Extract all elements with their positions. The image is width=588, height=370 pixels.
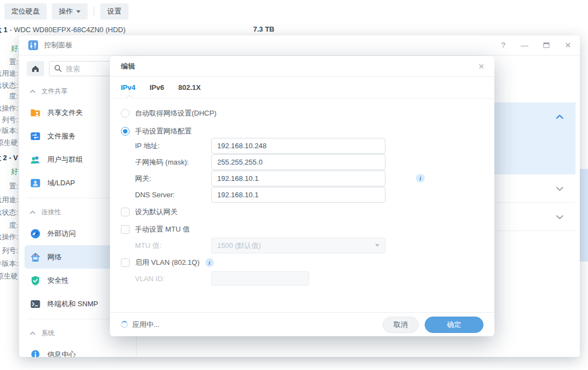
vlan-checkbox[interactable] xyxy=(121,258,130,267)
subnet-mask-input[interactable] xyxy=(211,154,385,170)
applying-status: 应用中... xyxy=(132,320,160,330)
close-window-button[interactable]: ✕ xyxy=(565,41,571,49)
gateway-info-icon[interactable]: i xyxy=(416,174,425,183)
ip-address-input[interactable] xyxy=(211,138,385,154)
mtu-value-row: MTU 值: 1500 (默认值) xyxy=(135,238,385,253)
clipped-label: 置: xyxy=(9,57,18,67)
vlan-id-label: VLAN ID: xyxy=(135,275,211,283)
clipped-label: 列号: xyxy=(2,115,18,125)
mtu-value-label: MTU 值: xyxy=(135,241,211,251)
sidebar-item-label: 共享文件夹 xyxy=(47,108,83,118)
window-controls: ? — ✕ xyxy=(501,41,571,49)
vlan-info-icon[interactable]: i xyxy=(205,258,214,267)
section-label: 系统 xyxy=(41,329,54,338)
chevron-down-icon[interactable] xyxy=(556,215,564,220)
default-gateway-label: 设为默认网关 xyxy=(135,207,177,217)
manual-radio-label: 手动设置网络配置 xyxy=(135,126,192,136)
dialog-footer: 应用中... 取消 确定 xyxy=(110,312,494,336)
sidebar-item-info-center[interactable]: 信息中心 xyxy=(24,343,131,357)
clipped-disk2-title: 盘 2 - V xyxy=(0,153,18,163)
mtu-selected-value: 1500 (默认值) xyxy=(217,241,261,251)
chevron-up-icon xyxy=(30,89,35,93)
chevron-down-icon[interactable] xyxy=(556,186,564,191)
user-group-icon xyxy=(30,154,41,165)
vlan-check-row[interactable]: 启用 VLAN (802.1Q) i xyxy=(121,258,214,268)
sidebar-item-label: 外部访问 xyxy=(47,229,76,239)
disk-capacity: 7.3 TB xyxy=(253,25,274,33)
disk-model: - WDC WD80EFPX-68C4ZN0 (HDD) xyxy=(8,26,126,34)
edit-network-dialog: 编辑 ✕ IPv4 IPv6 802.1X 自动取得网络设置(DHCP) 手动设… xyxy=(110,56,494,336)
clipped-label: 盘状态: xyxy=(0,208,18,217)
chevron-up-icon[interactable] xyxy=(556,114,564,119)
clipped-label: 好 xyxy=(11,167,18,177)
clipped-label: 列号: xyxy=(2,246,18,256)
sidebar-item-label: 安全性 xyxy=(47,276,69,286)
subnet-mask-row: 子网掩码 (mask): xyxy=(135,154,385,170)
ok-button[interactable]: 确定 xyxy=(425,317,483,333)
default-gateway-checkbox[interactable] xyxy=(121,208,130,216)
dhcp-radio-label: 自动取得网络设置(DHCP) xyxy=(135,108,217,118)
domain-ldap-icon xyxy=(30,178,41,189)
settings-button[interactable]: 设置 xyxy=(100,3,128,20)
vlan-id-input xyxy=(211,271,309,286)
search-icon xyxy=(54,64,62,72)
dialog-body: 自动取得网络设置(DHCP) 手动设置网络配置 IP 地址: 子网掩码 (mas… xyxy=(110,56,494,336)
sidebar-item-label: 网络 xyxy=(47,252,62,262)
sidebar-item-label: 信息中心 xyxy=(47,350,76,357)
storage-toolbar: 定位硬盘 操作 设置 xyxy=(4,3,128,20)
external-access-icon xyxy=(30,228,41,239)
network-icon xyxy=(30,252,41,263)
clipped-label: 度: xyxy=(9,92,18,101)
locate-drive-button[interactable]: 定位硬盘 xyxy=(4,3,47,20)
select-caret-icon xyxy=(375,244,379,247)
clipped-label: 度: xyxy=(9,221,18,231)
clipped-label: 置: xyxy=(9,181,18,191)
section-label: 连接性 xyxy=(41,208,61,217)
window-title: 控制面板 xyxy=(44,40,72,50)
background-selected-row-sliver xyxy=(580,169,588,262)
gateway-label: 网关: xyxy=(135,174,211,184)
subnet-mask-label: 子网掩码 (mask): xyxy=(135,157,211,167)
manual-radio[interactable] xyxy=(121,127,130,136)
ip-address-row: IP 地址: xyxy=(135,138,385,154)
minimize-button[interactable]: — xyxy=(520,41,528,49)
clipped-label: 件版本: xyxy=(0,259,18,269)
dns-input[interactable] xyxy=(211,187,385,203)
default-gateway-check-row[interactable]: 设为默认网关 xyxy=(121,207,177,217)
gateway-input[interactable] xyxy=(211,171,385,186)
manual-mtu-label: 手动设置 MTU 值 xyxy=(135,225,189,234)
clipped-label: 盘用途: xyxy=(0,195,18,205)
window-titlebar[interactable]: 控制面板 ? — ✕ xyxy=(19,35,580,56)
manual-mtu-checkbox[interactable] xyxy=(121,225,130,234)
home-button[interactable] xyxy=(27,61,44,76)
info-center-icon xyxy=(30,349,41,357)
dhcp-radio-row[interactable]: 自动取得网络设置(DHCP) xyxy=(121,108,217,118)
chevron-down-icon xyxy=(76,10,81,13)
manual-mtu-check-row[interactable]: 手动设置 MTU 值 xyxy=(121,225,189,234)
disk-title: 盘 1 - WDC WD80EFPX-68C4ZN0 (HDD) xyxy=(0,25,126,35)
sidebar-item-label: 用户与群组 xyxy=(47,155,83,165)
action-dropdown-button[interactable]: 操作 xyxy=(52,3,88,20)
clipped-label: 原生硬 xyxy=(0,138,18,148)
clipped-label: 件版本: xyxy=(0,126,18,136)
maximize-button[interactable] xyxy=(543,43,549,48)
help-button[interactable]: ? xyxy=(501,41,505,49)
ip-address-label: IP 地址: xyxy=(135,141,211,151)
shared-folder-icon xyxy=(30,107,41,118)
home-icon xyxy=(31,64,40,73)
clipped-label: 盘状态: xyxy=(0,81,18,90)
dns-label: DNS Server: xyxy=(135,191,211,199)
sidebar-item-label: 域/LDAP xyxy=(47,178,75,188)
sidebar-item-label: 文件服务 xyxy=(47,131,76,141)
dhcp-radio[interactable] xyxy=(121,109,130,118)
gateway-row: 网关: i xyxy=(135,171,385,186)
manual-radio-row[interactable]: 手动设置网络配置 xyxy=(121,126,192,136)
clipped-label: 好 xyxy=(11,44,18,53)
cancel-button[interactable]: 取消 xyxy=(383,317,419,333)
clipped-label: 盘操作: xyxy=(0,232,18,242)
dns-row: DNS Server: xyxy=(135,187,385,203)
sidebar-item-label: 终端机和 SNMP xyxy=(47,299,98,309)
chevron-up-icon xyxy=(30,331,35,335)
control-panel-icon xyxy=(28,40,39,51)
vlan-check-label: 启用 VLAN (802.1Q) xyxy=(135,258,200,268)
